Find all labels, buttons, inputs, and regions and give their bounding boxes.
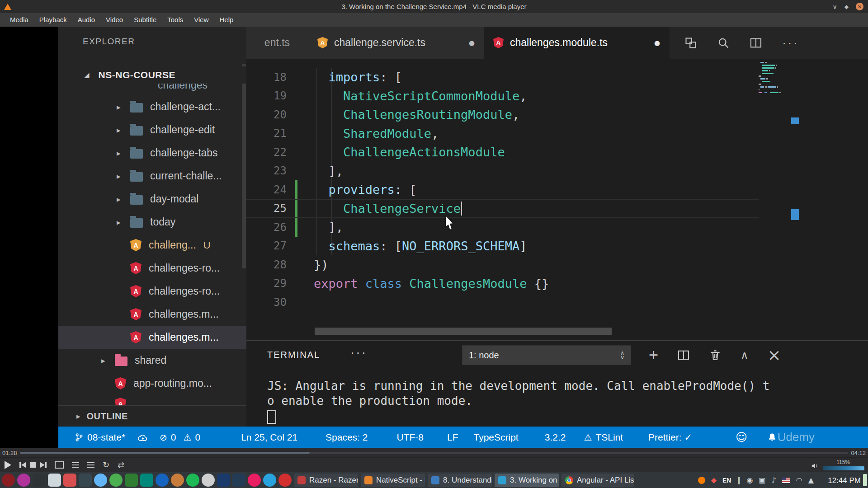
menu-help[interactable]: Help	[214, 13, 239, 27]
minimap[interactable]	[759, 62, 800, 97]
maximize-panel-icon[interactable]: ∧	[741, 350, 749, 361]
code-editor[interactable]: 18 imports: [19 NativeScriptCommonModule…	[246, 59, 868, 340]
modified-dot-icon[interactable]: ●	[469, 39, 475, 47]
tab-component-ts[interactable]: ent.ts	[246, 27, 308, 59]
tree-item-clipped[interactable]: challenges	[58, 83, 246, 95]
audio-tray-icon[interactable]: ♪	[772, 477, 776, 484]
launcher-16-icon[interactable]	[232, 474, 245, 487]
wifi-tray-icon[interactable]: ◠	[796, 477, 802, 484]
seek-slider[interactable]	[20, 452, 848, 454]
previous-button[interactable]	[19, 462, 26, 468]
tree-item-file[interactable]: challenges.m...	[58, 326, 246, 349]
modified-dot-icon[interactable]: ●	[654, 39, 660, 47]
shield-tray-icon[interactable]: ◆	[711, 477, 717, 484]
tree-item-folder[interactable]: ▸current-challe...	[58, 164, 246, 188]
recorder-tray-icon[interactable]: ◉	[746, 477, 753, 484]
taskbar-window-button[interactable]: Razen - Razen@1...	[294, 474, 358, 487]
indentation-setting[interactable]: Spaces: 2	[326, 432, 368, 443]
tree-item-folder[interactable]: ▸today	[58, 211, 246, 234]
launcher-2-icon[interactable]	[17, 474, 30, 487]
new-terminal-icon[interactable]: +	[649, 347, 658, 363]
outline-section-header[interactable]: ▸ OUTLINE	[58, 405, 246, 427]
notifications[interactable]	[767, 432, 777, 443]
terminal-tab[interactable]: TERMINAL	[267, 350, 320, 360]
keyboard-layout[interactable]: EN	[722, 477, 731, 484]
launcher-4-icon[interactable]	[48, 474, 61, 487]
video-area[interactable]: EXPLORER challenges ◢ NS-NG-COURSE ▸chal…	[0, 27, 868, 448]
tree-item-file[interactable]: challeng...U	[58, 234, 246, 257]
launcher-17-icon[interactable]	[248, 474, 261, 487]
volume-slider[interactable]	[823, 466, 864, 470]
launcher-13-icon[interactable]	[186, 474, 199, 487]
search-icon[interactable]	[717, 37, 730, 49]
menu-video[interactable]: Video	[100, 13, 128, 27]
tree-item-folder[interactable]: ▸day-modal	[58, 188, 246, 211]
tab-challenges-module[interactable]: challenges.module.ts ●	[484, 27, 670, 59]
menu-media[interactable]: Media	[5, 13, 34, 27]
launcher-11-icon[interactable]	[156, 474, 169, 487]
launcher-9-icon[interactable]	[125, 474, 138, 487]
more-actions-icon[interactable]: ···	[782, 36, 799, 50]
taskbar-window-button[interactable]: NativeScript - Mo...	[361, 474, 425, 487]
git-branch-status[interactable]: 08-state*	[75, 432, 125, 443]
launcher-14-icon[interactable]	[202, 474, 215, 487]
tree-item-file[interactable]: challenges-ro...	[58, 280, 246, 303]
terminal-output[interactable]: JS: Angular is running in the developmen…	[267, 379, 769, 424]
encoding-setting[interactable]: UTF-8	[396, 432, 424, 443]
sidebar-scrollbar[interactable]	[242, 64, 246, 268]
play-button[interactable]	[5, 461, 11, 469]
error-count[interactable]: ⊘ 0	[160, 432, 176, 443]
horizontal-scrollbar[interactable]	[315, 328, 612, 335]
prettier-status[interactable]: Prettier: ✓	[648, 432, 692, 443]
stop-button[interactable]	[30, 462, 36, 468]
tslint-status[interactable]: ⚠ TSLint	[584, 432, 623, 443]
launcher-3-icon[interactable]	[33, 474, 46, 487]
shuffle-button[interactable]: ⇄	[118, 461, 124, 469]
tree-item-file[interactable]: challenges-ro...	[58, 257, 246, 280]
launcher-12-icon[interactable]	[171, 474, 184, 487]
taskbar-clock[interactable]: 12:44 PM	[828, 476, 861, 485]
tree-item-file[interactable]: app-routing.mo...	[58, 372, 246, 395]
extended-settings-button[interactable]	[72, 462, 79, 468]
close-icon[interactable]: ×	[856, 3, 863, 10]
language-mode[interactable]: TypeScript	[474, 432, 519, 443]
taskbar-window-button[interactable]: 3. Working on th...	[495, 474, 559, 487]
taskbar-window-button[interactable]: 8. Understandin...	[428, 474, 492, 487]
split-editor-icon[interactable]	[750, 37, 762, 49]
clipboard-tray-icon[interactable]: ▣	[759, 477, 765, 484]
tree-item-file[interactable]	[58, 395, 246, 405]
cursor-position[interactable]: Ln 25, Col 21	[241, 432, 297, 443]
tree-item-folder[interactable]: ▸shared	[58, 349, 246, 372]
menu-audio[interactable]: Audio	[72, 13, 100, 27]
menu-playback[interactable]: Playback	[34, 13, 72, 27]
launcher-18-icon[interactable]	[263, 474, 276, 487]
us-flag-icon[interactable]	[782, 478, 790, 483]
fullscreen-button[interactable]	[55, 461, 64, 469]
launcher-15-icon[interactable]	[217, 474, 230, 487]
feedback-smiley[interactable]: ☺	[736, 431, 747, 444]
taskbar-window-button[interactable]: Angular - API List...	[561, 474, 634, 487]
maximize-icon[interactable]: ◆	[844, 4, 849, 10]
menu-tools[interactable]: Tools	[162, 13, 189, 27]
battery-indicator[interactable]	[863, 474, 867, 486]
minimize-icon[interactable]: ∨	[833, 3, 837, 10]
speaker-icon[interactable]	[811, 462, 819, 469]
launcher-8-icon[interactable]	[109, 474, 123, 487]
firefox-tray-icon[interactable]	[698, 477, 705, 484]
warning-count[interactable]: ⚠ 0	[184, 432, 201, 443]
loop-button[interactable]: ↻	[103, 461, 109, 469]
launcher-19-icon[interactable]	[278, 474, 292, 487]
tree-item-folder[interactable]: ▸challenge-act...	[58, 95, 246, 118]
tree-item-file[interactable]: challenges.m...	[58, 303, 246, 326]
close-panel-icon[interactable]: ×	[768, 347, 781, 363]
publish-changes[interactable]	[137, 432, 149, 442]
tab-challenge-service[interactable]: challenge.service.ts ●	[308, 27, 484, 59]
next-button[interactable]	[40, 462, 47, 468]
open-changes-icon[interactable]	[684, 37, 697, 49]
terminal-selector[interactable]: 1: node ∧∨	[462, 345, 631, 365]
launcher-7-icon[interactable]	[94, 474, 107, 487]
launcher-10-icon[interactable]	[140, 474, 153, 487]
kill-terminal-trash-icon[interactable]	[709, 348, 722, 362]
split-terminal-icon[interactable]	[677, 349, 690, 361]
panel-expand-arrow-icon[interactable]: ▲	[808, 477, 814, 484]
